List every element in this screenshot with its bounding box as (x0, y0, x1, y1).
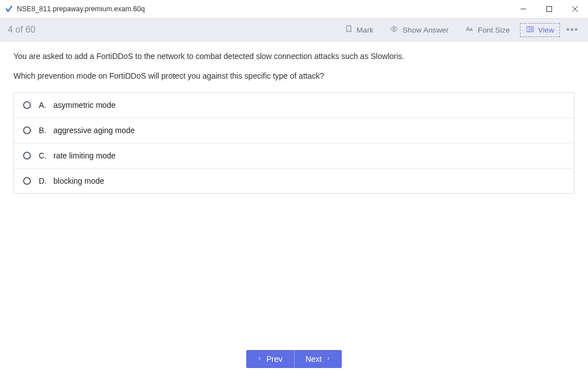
toolbar: 4 of 60 Mark Show Answer Font Size View … (0, 18, 588, 42)
prev-button[interactable]: Prev (246, 350, 295, 368)
question-text: You are asked to add a FortiDDoS to the … (13, 51, 575, 82)
question-line-1: You are asked to add a FortiDDoS to the … (13, 51, 575, 62)
chevron-left-icon (257, 355, 262, 364)
show-answer-button[interactable]: Show Answer (383, 22, 454, 37)
font-size-button[interactable]: Font Size (459, 22, 515, 37)
question-line-2: Which prevention mode on FortiDDoS will … (13, 70, 575, 82)
nav-group: Prev Next (246, 350, 342, 368)
chevron-right-icon (326, 355, 331, 364)
answer-text: rate limiting mode (53, 151, 116, 160)
window-controls (510, 0, 588, 18)
answer-option-d[interactable]: D. blocking mode (14, 168, 574, 193)
view-label: View (538, 26, 554, 34)
question-counter: 4 of 60 (8, 25, 35, 35)
footer-nav: Prev Next (0, 350, 588, 368)
answer-text: blocking mode (53, 176, 104, 185)
answer-text: asymmetric mode (53, 101, 115, 110)
more-menu-button[interactable]: ••• (564, 24, 580, 36)
prev-label: Prev (266, 355, 283, 364)
eye-icon (389, 25, 399, 35)
answer-option-c[interactable]: C. rate limiting mode (14, 143, 574, 168)
show-answer-label: Show Answer (402, 26, 449, 34)
answer-text: aggressive aging mode (53, 126, 135, 135)
answer-letter: D. (39, 176, 48, 185)
mark-label: Mark (356, 26, 373, 34)
answer-letter: C. (39, 151, 48, 160)
minimize-button[interactable] (510, 0, 536, 18)
title-bar: NSE8_811.prepaway.premium.exam.60q (0, 0, 588, 18)
svg-point-4 (393, 28, 395, 30)
window-title: NSE8_811.prepaway.premium.exam.60q (17, 5, 145, 13)
radio-icon (23, 101, 31, 109)
svg-rect-1 (547, 7, 552, 12)
answer-option-a[interactable]: A. asymmetric mode (14, 93, 574, 117)
view-layout-icon (526, 25, 535, 35)
next-button[interactable]: Next (295, 350, 342, 368)
mark-button[interactable]: Mark (339, 22, 379, 37)
close-button[interactable] (562, 0, 588, 18)
next-label: Next (306, 355, 322, 364)
view-button[interactable]: View (520, 23, 560, 37)
answer-option-b[interactable]: B. aggressive aging mode (14, 117, 574, 143)
question-area: You are asked to add a FortiDDoS to the … (0, 42, 588, 203)
maximize-button[interactable] (536, 0, 562, 18)
answer-list: A. asymmetric mode B. aggressive aging m… (13, 92, 575, 194)
radio-icon (23, 152, 31, 160)
answer-letter: A. (39, 101, 48, 110)
app-icon (4, 4, 13, 13)
answer-letter: B. (39, 126, 48, 135)
font-size-label: Font Size (478, 26, 510, 34)
bookmark-icon (345, 25, 353, 35)
radio-icon (23, 177, 31, 185)
font-size-icon (464, 25, 474, 35)
radio-icon (23, 126, 31, 134)
